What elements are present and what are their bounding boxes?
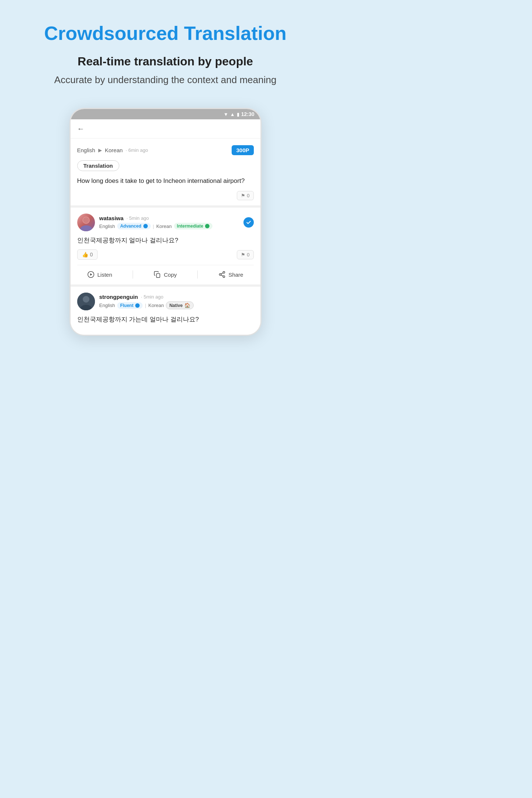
phone-mockup: ▼ ▲ ▮ 12:30 ← English ▶ Korean · 6min ag… <box>69 108 262 336</box>
svg-marker-4 <box>91 273 92 276</box>
like-button-1[interactable]: 👍 0 <box>77 249 98 260</box>
level-badge-1b: Intermediate <box>174 223 212 229</box>
request-time: · 6min ago <box>126 147 148 153</box>
svg-point-1 <box>80 225 92 231</box>
level-badge-1a: Advanced <box>117 223 150 229</box>
tag-badge: Translation <box>77 160 119 171</box>
flag-icon: ⚑ <box>241 193 245 198</box>
user-info-2: strongpenguin · 5min ago English Fluent … <box>77 293 194 310</box>
level-badge-2b: Native 🏠 <box>166 301 194 309</box>
answer-time-1: · 5min ago <box>126 215 149 221</box>
flag-row: ⚑ 0 <box>77 191 254 200</box>
answer-card-1: watasiwa · 5min ago English Advanced | K… <box>71 208 260 285</box>
action-divider-1b <box>197 270 198 279</box>
lang-label-1b: Korean <box>156 224 172 229</box>
avatar-2 <box>77 293 95 310</box>
like-count-1: 0 <box>90 252 93 258</box>
vote-flag-row-1: 👍 0 ⚑ 0 <box>77 249 254 260</box>
lang-tags-1: English Advanced | Korean Intermediate <box>99 223 213 229</box>
hero-subtitle: Real-time translation by people <box>78 55 253 68</box>
wifi-icon: ▼ <box>224 112 228 117</box>
share-button-1[interactable]: Share <box>218 271 243 278</box>
svg-point-8 <box>223 276 225 277</box>
flag-icon-1: ⚑ <box>241 252 245 258</box>
svg-point-12 <box>83 296 89 303</box>
status-bar: ▼ ▲ ▮ 12:30 <box>71 109 260 119</box>
answer-header-2: strongpenguin · 5min ago English Fluent … <box>77 293 254 310</box>
flag-button[interactable]: ⚑ 0 <box>237 191 253 200</box>
level-badge-2a: Fluent <box>117 302 143 309</box>
question-text: How long does it take to get to Incheon … <box>77 176 254 186</box>
svg-line-9 <box>221 275 224 276</box>
listen-button-1[interactable]: Listen <box>87 271 112 278</box>
selected-indicator-1 <box>243 217 254 228</box>
target-language: Korean <box>105 147 123 153</box>
svg-point-2 <box>83 217 89 223</box>
user-info-1: watasiwa · 5min ago English Advanced | K… <box>77 214 213 231</box>
copy-label-1: Copy <box>164 272 177 278</box>
user-meta-1: watasiwa · 5min ago English Advanced | K… <box>99 215 213 229</box>
flag-count-1: 0 <box>247 252 249 258</box>
translated-text-2: 인천국제공항까지 가는데 얼마나 걸리나요? <box>77 315 254 324</box>
copy-button-1[interactable]: Copy <box>154 271 177 278</box>
action-divider-1a <box>133 270 133 279</box>
answer-time-2: · 5min ago <box>141 294 164 300</box>
lang-tags-2: English Fluent | Korean Native 🏠 <box>99 301 194 309</box>
flag-count: 0 <box>247 193 249 198</box>
listen-label-1: Listen <box>97 272 112 278</box>
username-2: strongpenguin <box>99 294 138 300</box>
translated-text-1: 인천국제공항까지 얼마나 걸리나요? <box>77 236 254 245</box>
lang-arrow-icon: ▶ <box>98 147 102 153</box>
language-pair: English ▶ Korean · 6min ago <box>77 147 148 153</box>
verified-dot-1b <box>205 224 209 228</box>
source-language: English <box>77 147 95 153</box>
username-1: watasiwa <box>99 215 124 221</box>
home-icon-2b: 🏠 <box>184 303 190 308</box>
nav-bar: ← <box>71 119 260 139</box>
hero-description: Accurate by understanding the context an… <box>54 74 276 86</box>
status-time: 12:30 <box>241 111 255 117</box>
action-row-1: Listen Copy Share <box>77 265 254 279</box>
svg-point-7 <box>219 274 221 276</box>
lang-label-1a: English <box>99 224 115 229</box>
share-label-1: Share <box>228 272 243 278</box>
svg-point-6 <box>223 272 225 273</box>
separator-1: | <box>153 224 154 229</box>
username-row-2: strongpenguin · 5min ago <box>99 294 194 300</box>
avatar-1 <box>77 214 95 231</box>
lang-label-2a: English <box>99 303 115 308</box>
lang-label-2b: Korean <box>149 303 164 308</box>
battery-icon: ▮ <box>237 112 239 117</box>
answer-header-1: watasiwa · 5min ago English Advanced | K… <box>77 214 254 231</box>
thumbs-up-icon: 👍 <box>82 252 88 258</box>
verified-dot-2a <box>135 303 140 308</box>
points-badge: 300P <box>232 145 253 155</box>
svg-rect-5 <box>157 274 160 278</box>
user-meta-2: strongpenguin · 5min ago English Fluent … <box>99 294 194 309</box>
svg-line-10 <box>221 273 224 274</box>
status-icons: ▼ ▲ ▮ 12:30 <box>224 111 255 117</box>
answer-card-2: strongpenguin · 5min ago English Fluent … <box>71 287 260 335</box>
hero-title: Crowdsourced Translation <box>44 22 287 44</box>
request-header: English ▶ Korean · 6min ago 300P <box>77 145 254 155</box>
signal-icon: ▲ <box>230 112 235 117</box>
back-button[interactable]: ← <box>77 125 85 133</box>
username-row-1: watasiwa · 5min ago <box>99 215 213 221</box>
verified-dot-1a <box>143 224 148 228</box>
separator-2: | <box>145 303 146 308</box>
request-card: English ▶ Korean · 6min ago 300P Transla… <box>71 139 260 205</box>
flag-button-1[interactable]: ⚑ 0 <box>237 250 253 259</box>
